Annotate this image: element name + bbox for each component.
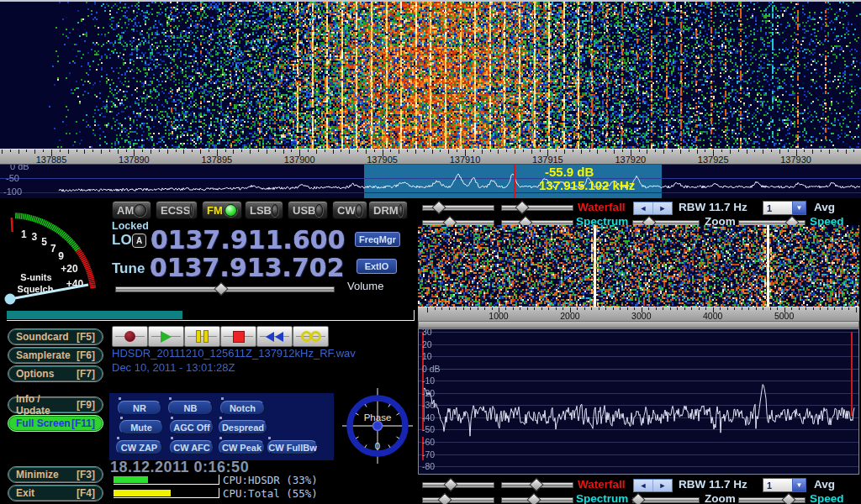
dsp-button-nb[interactable]: NB [168, 401, 213, 415]
arrow-right-icon[interactable]: ► [653, 480, 672, 491]
dsp-button-notch[interactable]: Notch [220, 401, 265, 415]
zoom-slider-bottom[interactable] [632, 494, 700, 504]
af-db-label: -50 [422, 424, 435, 434]
left-button-exit[interactable]: Exit[F4] [8, 485, 103, 501]
mode-button-drm[interactable]: DRM [368, 201, 408, 219]
af-frequency-scale[interactable]: 10002000300040005000 [418, 307, 859, 321]
af-db-label: 20 [422, 339, 432, 349]
volume-slider[interactable] [115, 283, 335, 294]
left-button-soundcard[interactable]: Soundcard[F5] [8, 328, 103, 345]
mode-button-usb[interactable]: USB [288, 201, 328, 219]
tune-label: Tune [112, 260, 145, 277]
dsp-button-cw-zap[interactable]: CW ZAP [116, 440, 162, 454]
transport-stop-button[interactable] [220, 326, 256, 347]
transport-pause-button[interactable] [184, 326, 220, 347]
arrow-left-icon[interactable]: ◄ [634, 480, 653, 491]
mode-button-am[interactable]: AM [112, 201, 151, 219]
left-button-options[interactable]: Options[F7] [8, 365, 103, 382]
scale-tick [699, 307, 700, 310]
avg-dropdown-value: 1 [763, 479, 792, 491]
scale-tick [316, 150, 317, 154]
slider-handle[interactable] [444, 478, 458, 492]
transport-loop-button[interactable] [293, 326, 329, 347]
af-spectrum-display[interactable]: 3020100 dB-10-20-30-40-50-60-70-80 [418, 328, 859, 475]
main-frequency-scale[interactable]: 1378851378901378951379001379051379101379… [0, 149, 861, 165]
left-button-minimize[interactable]: Minimize[F3] [8, 466, 103, 483]
mode-led-usb [315, 204, 323, 217]
dsp-button-cw-afc[interactable]: CW AFC [170, 440, 214, 454]
dsp-button-agc-off[interactable]: AGC Off [170, 420, 214, 434]
af-db-label: -70 [422, 449, 435, 459]
spectrum-brightness-slider-bottom[interactable] [422, 494, 494, 504]
left-button-name: Soundcard [16, 331, 69, 343]
hdsdr-window: 1378851378901378951379001379051379101379… [0, 0, 861, 504]
waterfall-contrast-slider-bottom[interactable] [501, 479, 573, 490]
slider-handle[interactable] [214, 282, 229, 297]
lo-auto-badge[interactable]: A [132, 234, 146, 248]
cpu-load-text: CPU:Total (55%) [223, 487, 318, 500]
dsp-button-nr[interactable]: NR [118, 401, 161, 415]
main-spectrum-strip[interactable]: 0 dB-50-100 -55.9 dB 137.915.102 kHz [0, 165, 861, 198]
left-button-key: [F4] [77, 487, 95, 499]
af-scale-scrollbar[interactable] [418, 321, 859, 328]
scale-tick [513, 307, 514, 310]
mode-button-lsb[interactable]: LSB [245, 201, 283, 219]
scale-tick [18, 150, 19, 154]
lo-frequency-display[interactable]: 0137.911.600 [151, 228, 346, 253]
lo-label: LO [112, 232, 132, 249]
tune-frequency-display[interactable]: 0137.913.702 [150, 255, 345, 281]
dsp-button-cw-peak[interactable]: CW Peak [219, 440, 265, 454]
mode-button-label: LSB [250, 204, 272, 217]
left-button-info-update[interactable]: Info / Update[F9] [8, 396, 103, 413]
chevron-down-icon[interactable]: ▼ [792, 479, 806, 491]
scale-tick [520, 307, 520, 310]
waterfall-shift-arrows-top[interactable]: ◄► [633, 202, 673, 215]
mode-led-drm [399, 204, 403, 217]
dsp-button-despread[interactable]: Despread [219, 420, 267, 434]
scale-tick [192, 150, 193, 152]
scale-tick [856, 307, 857, 312]
dsp-button-cw-fullbw[interactable]: CW FullBw [267, 440, 318, 454]
slider-handle[interactable] [432, 201, 446, 215]
scale-tick [541, 307, 542, 310]
arrow-right-icon[interactable]: ► [653, 202, 672, 214]
scale-tick [655, 150, 656, 152]
transport-rewind-button[interactable] [256, 326, 293, 347]
arrow-left-icon[interactable]: ◄ [634, 202, 653, 214]
waterfall-shift-arrows-bottom[interactable]: ◄► [633, 479, 673, 492]
main-waterfall-display[interactable] [0, 0, 861, 149]
waterfall-brightness-slider-top[interactable] [422, 202, 494, 213]
left-button-samplerate[interactable]: Samplerate[F6] [8, 347, 103, 364]
af-waterfall-display[interactable] [418, 225, 859, 307]
avg-dropdown-bottom[interactable]: 1▼ [763, 478, 806, 492]
dsp-button-mute[interactable]: Mute [119, 420, 163, 434]
scale-tick [647, 150, 647, 154]
waterfall-contrast-slider-top[interactable] [501, 202, 573, 213]
scale-tick [60, 150, 61, 152]
transport-record-button[interactable] [112, 326, 148, 347]
mode-button-ecss[interactable]: ECSS [156, 201, 198, 219]
zoom-label-bottom: Zoom [705, 492, 736, 504]
left-button-full-screen[interactable]: Full Screen[F11] [8, 415, 103, 432]
mode-button-cw[interactable]: CW [332, 201, 367, 219]
scale-tick [505, 307, 506, 310]
avg-dropdown-top[interactable]: 1▼ [763, 201, 806, 215]
scale-tick [556, 307, 557, 310]
chevron-down-icon[interactable]: ▼ [792, 202, 806, 214]
mode-button-fm[interactable]: FM [202, 201, 242, 219]
spectrum-contrast-slider-bottom[interactable] [501, 494, 573, 504]
freqmgr-button[interactable]: FreqMgr [355, 232, 400, 247]
mode-button-label: ECSS [161, 204, 190, 217]
scale-tick [390, 150, 391, 152]
extio-button[interactable]: ExtIO [357, 259, 397, 274]
scale-tick [812, 150, 813, 154]
transport-play-button[interactable] [148, 326, 184, 347]
phase-dial[interactable]: Phase 0 [342, 388, 413, 464]
waterfall-brightness-slider-bottom[interactable] [422, 479, 494, 490]
slider-handle[interactable] [530, 478, 544, 492]
speed-slider-bottom[interactable] [738, 494, 806, 504]
scale-tick [200, 150, 201, 154]
scale-tick [663, 150, 664, 154]
slider-handle[interactable] [515, 201, 530, 215]
squelch-level-bar[interactable] [7, 310, 415, 321]
